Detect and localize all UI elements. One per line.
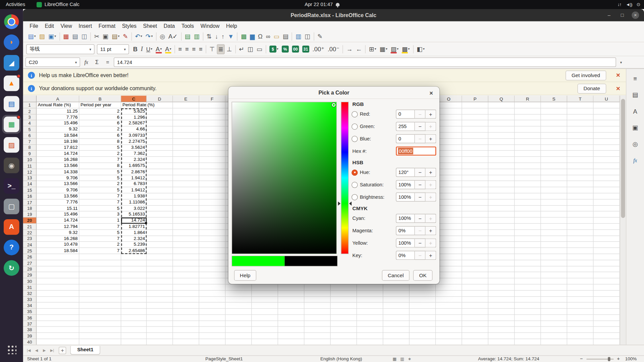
cell-P38[interactable]: [462, 327, 488, 333]
sheet-tab-sheet1[interactable]: Sheet1: [70, 346, 100, 355]
cell-O15[interactable]: [436, 187, 462, 193]
cell-T12[interactable]: [567, 169, 593, 175]
cell-C7[interactable]: 2.27475: [121, 139, 147, 145]
cell-A22[interactable]: 9.32: [37, 230, 79, 236]
row-header-6[interactable]: 6: [23, 132, 37, 138]
cell-S31[interactable]: [541, 284, 567, 290]
cell-U21[interactable]: [593, 224, 620, 230]
cell-F36[interactable]: [199, 315, 225, 321]
donate-button[interactable]: Donate: [577, 83, 606, 93]
cell-A39[interactable]: [37, 333, 79, 339]
cell-O3[interactable]: [436, 114, 462, 120]
cell-N39[interactable]: [410, 333, 436, 339]
cell-Q9[interactable]: [488, 151, 515, 157]
name-box[interactable]: C20 ▾: [25, 57, 80, 67]
cell-C35[interactable]: [121, 309, 147, 315]
cell-D19[interactable]: [147, 212, 173, 218]
cell-N34[interactable]: [410, 303, 436, 309]
cell-U20[interactable]: [593, 218, 620, 224]
saturation-radio[interactable]: [352, 182, 358, 188]
cell-F2[interactable]: [199, 108, 225, 114]
column-header-Q[interactable]: Q: [488, 96, 515, 102]
minimize-button[interactable]: –: [605, 11, 613, 19]
cell-F24[interactable]: [199, 242, 225, 248]
saturation-input[interactable]: 100%: [396, 180, 415, 189]
red-radio[interactable]: [352, 111, 358, 117]
cell-G34[interactable]: [225, 303, 252, 309]
cell-Q19[interactable]: [488, 212, 515, 218]
row-header-8[interactable]: 8: [23, 145, 37, 151]
cell-S29[interactable]: [541, 272, 567, 278]
cell-G31[interactable]: [225, 284, 252, 290]
cell-F9[interactable]: [199, 151, 225, 157]
column-header-B[interactable]: B: [79, 96, 121, 102]
help-button[interactable]: Help: [234, 270, 256, 281]
cell-R6[interactable]: [515, 132, 541, 138]
cell-T23[interactable]: [567, 236, 593, 242]
cell-S28[interactable]: [541, 266, 567, 272]
cell-P10[interactable]: [462, 157, 488, 163]
cell-G39[interactable]: [225, 333, 252, 339]
libreoffice-calc-icon[interactable]: ▦: [2, 115, 21, 134]
cell-U31[interactable]: [593, 284, 620, 290]
cell-C25[interactable]: 2.65486: [121, 248, 147, 254]
cell-O11[interactable]: [436, 163, 462, 169]
cell-F10[interactable]: [199, 157, 225, 163]
cell-B14[interactable]: 2: [79, 181, 121, 187]
cell-D5[interactable]: [147, 126, 173, 132]
cell-Q4[interactable]: [488, 120, 515, 126]
cell-D9[interactable]: [147, 151, 173, 157]
cell-P13[interactable]: [462, 175, 488, 181]
cell-S38[interactable]: [541, 327, 567, 333]
print-preview-icon[interactable]: ◫: [80, 32, 89, 41]
cell-P36[interactable]: [462, 315, 488, 321]
cell-U35[interactable]: [593, 309, 620, 315]
cell-O19[interactable]: [436, 212, 462, 218]
cell-G35[interactable]: [225, 309, 252, 315]
cell-R36[interactable]: [515, 315, 541, 321]
headers-and-footers-icon[interactable]: ▤: [281, 32, 290, 41]
cell-P7[interactable]: [462, 139, 488, 145]
cell-D37[interactable]: [147, 321, 173, 327]
cell-E6[interactable]: [173, 132, 199, 138]
cell-R31[interactable]: [515, 284, 541, 290]
cell-C28[interactable]: [121, 266, 147, 272]
cell-P5[interactable]: [462, 126, 488, 132]
cell-U23[interactable]: [593, 236, 620, 242]
cell-T28[interactable]: [567, 266, 593, 272]
chevron-down-icon[interactable]: ▾: [121, 47, 128, 51]
cell-S6[interactable]: [541, 132, 567, 138]
cell-A13[interactable]: 9.706: [37, 175, 79, 181]
cell-T17[interactable]: [567, 199, 593, 205]
cell-M31[interactable]: [383, 284, 409, 290]
cell-S9[interactable]: [541, 151, 567, 157]
row-header-1[interactable]: 1: [23, 102, 37, 108]
cell-B39[interactable]: [79, 333, 121, 339]
column-header-O[interactable]: O: [436, 96, 462, 102]
key-increment-button[interactable]: +: [426, 251, 436, 260]
cell-T15[interactable]: [567, 187, 593, 193]
cell-E9[interactable]: [173, 151, 199, 157]
cell-K39[interactable]: [331, 333, 357, 339]
cell-D15[interactable]: [147, 187, 173, 193]
format-as-percent-icon[interactable]: %: [280, 44, 290, 54]
cell-D23[interactable]: [147, 236, 173, 242]
cell-Q25[interactable]: [488, 248, 515, 254]
cell-A20[interactable]: 14.724: [37, 218, 79, 224]
cell-A27[interactable]: [37, 260, 79, 266]
cell-E26[interactable]: [173, 254, 199, 260]
cell-D35[interactable]: [147, 309, 173, 315]
cell-P9[interactable]: [462, 151, 488, 157]
cell-U36[interactable]: [593, 315, 620, 321]
chevron-down-icon[interactable]: ▾: [87, 47, 94, 51]
help-icon[interactable]: ?: [2, 238, 21, 257]
cell-T5[interactable]: [567, 126, 593, 132]
cell-D12[interactable]: [147, 169, 173, 175]
cell-H33[interactable]: [252, 297, 278, 303]
cell-F33[interactable]: [199, 297, 225, 303]
cell-B2[interactable]: 2: [79, 108, 121, 114]
cell-T2[interactable]: [567, 108, 593, 114]
cell-R15[interactable]: [515, 187, 541, 193]
row-header-27[interactable]: 27: [23, 260, 37, 266]
cell-T13[interactable]: [567, 175, 593, 181]
